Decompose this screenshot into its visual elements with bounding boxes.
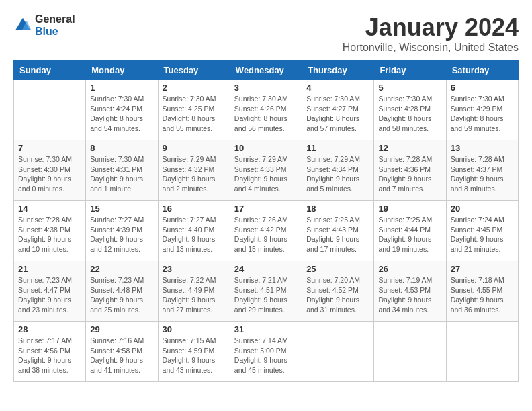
calendar-body: 1Sunrise: 7:30 AM Sunset: 4:24 PM Daylig… (14, 80, 519, 382)
day-info: Sunrise: 7:27 AM Sunset: 4:40 PM Dayligh… (163, 215, 226, 255)
day-number: 23 (163, 264, 226, 274)
day-header: Sunday (14, 61, 86, 80)
day-number: 3 (234, 83, 298, 93)
calendar-cell: 14Sunrise: 7:28 AM Sunset: 4:38 PM Dayli… (14, 201, 86, 261)
calendar-cell: 20Sunrise: 7:24 AM Sunset: 4:45 PM Dayli… (446, 201, 518, 261)
calendar-cell: 4Sunrise: 7:30 AM Sunset: 4:27 PM Daylig… (302, 80, 374, 140)
calendar-cell: 31Sunrise: 7:14 AM Sunset: 5:00 PM Dayli… (230, 322, 302, 382)
day-info: Sunrise: 7:23 AM Sunset: 4:47 PM Dayligh… (18, 275, 81, 315)
day-number: 18 (306, 203, 369, 214)
day-info: Sunrise: 7:25 AM Sunset: 4:44 PM Dayligh… (378, 215, 441, 255)
calendar-cell: 30Sunrise: 7:15 AM Sunset: 4:59 PM Dayli… (158, 322, 230, 382)
day-number: 8 (90, 143, 153, 153)
calendar-cell: 9Sunrise: 7:29 AM Sunset: 4:32 PM Daylig… (158, 140, 230, 201)
day-info: Sunrise: 7:20 AM Sunset: 4:52 PM Dayligh… (306, 275, 369, 315)
day-info: Sunrise: 7:23 AM Sunset: 4:48 PM Dayligh… (90, 275, 153, 315)
day-number: 13 (451, 143, 514, 153)
calendar-cell: 27Sunrise: 7:18 AM Sunset: 4:55 PM Dayli… (446, 261, 518, 322)
day-header: Friday (374, 61, 446, 80)
day-info: Sunrise: 7:22 AM Sunset: 4:49 PM Dayligh… (163, 275, 226, 315)
day-info: Sunrise: 7:28 AM Sunset: 4:36 PM Dayligh… (378, 154, 441, 194)
calendar-week-row: 21Sunrise: 7:23 AM Sunset: 4:47 PM Dayli… (14, 261, 519, 322)
day-number: 4 (306, 83, 369, 93)
day-number: 6 (451, 83, 514, 93)
calendar-cell: 29Sunrise: 7:16 AM Sunset: 4:58 PM Dayli… (86, 322, 158, 382)
day-number: 15 (90, 203, 153, 214)
day-info: Sunrise: 7:30 AM Sunset: 4:27 PM Dayligh… (306, 94, 369, 134)
calendar-cell: 11Sunrise: 7:29 AM Sunset: 4:34 PM Dayli… (302, 140, 374, 201)
day-number: 27 (451, 264, 514, 274)
day-info: Sunrise: 7:28 AM Sunset: 4:38 PM Dayligh… (18, 215, 81, 255)
day-info: Sunrise: 7:30 AM Sunset: 4:24 PM Dayligh… (90, 94, 153, 134)
day-info: Sunrise: 7:30 AM Sunset: 4:26 PM Dayligh… (234, 94, 298, 134)
day-info: Sunrise: 7:21 AM Sunset: 4:51 PM Dayligh… (234, 275, 298, 315)
day-info: Sunrise: 7:30 AM Sunset: 4:25 PM Dayligh… (163, 94, 226, 134)
day-info: Sunrise: 7:24 AM Sunset: 4:45 PM Dayligh… (451, 215, 514, 255)
day-number: 7 (18, 143, 81, 153)
day-info: Sunrise: 7:18 AM Sunset: 4:55 PM Dayligh… (451, 275, 514, 315)
calendar-cell: 13Sunrise: 7:28 AM Sunset: 4:37 PM Dayli… (446, 140, 518, 201)
day-info: Sunrise: 7:29 AM Sunset: 4:33 PM Dayligh… (234, 154, 298, 194)
calendar-cell: 26Sunrise: 7:19 AM Sunset: 4:53 PM Dayli… (374, 261, 446, 322)
header: General Blue January 2024 Hortonville, W… (13, 13, 519, 54)
day-info: Sunrise: 7:30 AM Sunset: 4:28 PM Dayligh… (378, 94, 441, 134)
day-header: Tuesday (158, 61, 230, 80)
day-info: Sunrise: 7:27 AM Sunset: 4:39 PM Dayligh… (90, 215, 153, 255)
day-number: 17 (234, 203, 298, 214)
calendar-cell (14, 80, 86, 140)
day-info: Sunrise: 7:28 AM Sunset: 4:37 PM Dayligh… (451, 154, 514, 194)
day-number: 30 (163, 324, 226, 334)
calendar-cell (302, 322, 374, 382)
logo-icon (13, 16, 32, 35)
calendar-cell: 3Sunrise: 7:30 AM Sunset: 4:26 PM Daylig… (230, 80, 302, 140)
logo: General Blue (13, 13, 75, 38)
day-header: Thursday (302, 61, 374, 80)
calendar-cell: 8Sunrise: 7:30 AM Sunset: 4:31 PM Daylig… (86, 140, 158, 201)
calendar-week-row: 1Sunrise: 7:30 AM Sunset: 4:24 PM Daylig… (14, 80, 519, 140)
day-info: Sunrise: 7:30 AM Sunset: 4:30 PM Dayligh… (18, 154, 81, 194)
calendar-cell: 22Sunrise: 7:23 AM Sunset: 4:48 PM Dayli… (86, 261, 158, 322)
day-info: Sunrise: 7:30 AM Sunset: 4:31 PM Dayligh… (90, 154, 153, 194)
day-info: Sunrise: 7:25 AM Sunset: 4:43 PM Dayligh… (306, 215, 369, 255)
day-number: 16 (163, 203, 226, 214)
calendar-cell: 17Sunrise: 7:26 AM Sunset: 4:42 PM Dayli… (230, 201, 302, 261)
calendar-cell: 21Sunrise: 7:23 AM Sunset: 4:47 PM Dayli… (14, 261, 86, 322)
day-number: 1 (90, 83, 153, 93)
logo-text: General Blue (35, 13, 75, 38)
day-info: Sunrise: 7:16 AM Sunset: 4:58 PM Dayligh… (90, 336, 153, 375)
calendar-cell: 24Sunrise: 7:21 AM Sunset: 4:51 PM Dayli… (230, 261, 302, 322)
calendar-week-row: 7Sunrise: 7:30 AM Sunset: 4:30 PM Daylig… (14, 140, 519, 201)
day-info: Sunrise: 7:29 AM Sunset: 4:32 PM Dayligh… (163, 154, 226, 194)
calendar-cell: 5Sunrise: 7:30 AM Sunset: 4:28 PM Daylig… (374, 80, 446, 140)
title-area: January 2024 Hortonville, Wisconsin, Uni… (343, 13, 519, 54)
day-number: 2 (163, 83, 226, 93)
day-number: 20 (451, 203, 514, 214)
day-number: 31 (234, 324, 298, 334)
calendar-cell (446, 322, 518, 382)
day-number: 11 (306, 143, 369, 153)
day-info: Sunrise: 7:17 AM Sunset: 4:56 PM Dayligh… (18, 336, 81, 375)
calendar-cell: 19Sunrise: 7:25 AM Sunset: 4:44 PM Dayli… (374, 201, 446, 261)
day-number: 26 (378, 264, 441, 274)
day-number: 29 (90, 324, 153, 334)
month-title: January 2024 (343, 13, 519, 42)
day-number: 14 (18, 203, 81, 214)
day-info: Sunrise: 7:14 AM Sunset: 5:00 PM Dayligh… (234, 336, 298, 375)
day-number: 22 (90, 264, 153, 274)
calendar-cell: 16Sunrise: 7:27 AM Sunset: 4:40 PM Dayli… (158, 201, 230, 261)
day-header: Monday (86, 61, 158, 80)
calendar-cell: 28Sunrise: 7:17 AM Sunset: 4:56 PM Dayli… (14, 322, 86, 382)
day-info: Sunrise: 7:29 AM Sunset: 4:34 PM Dayligh… (306, 154, 369, 194)
calendar-cell: 7Sunrise: 7:30 AM Sunset: 4:30 PM Daylig… (14, 140, 86, 201)
calendar-cell: 25Sunrise: 7:20 AM Sunset: 4:52 PM Dayli… (302, 261, 374, 322)
calendar-cell: 15Sunrise: 7:27 AM Sunset: 4:39 PM Dayli… (86, 201, 158, 261)
calendar-cell: 18Sunrise: 7:25 AM Sunset: 4:43 PM Dayli… (302, 201, 374, 261)
day-header: Wednesday (230, 61, 302, 80)
location-title: Hortonville, Wisconsin, United States (343, 42, 519, 54)
calendar-cell: 2Sunrise: 7:30 AM Sunset: 4:25 PM Daylig… (158, 80, 230, 140)
calendar-cell: 23Sunrise: 7:22 AM Sunset: 4:49 PM Dayli… (158, 261, 230, 322)
calendar-header: SundayMondayTuesdayWednesdayThursdayFrid… (14, 61, 519, 80)
day-info: Sunrise: 7:30 AM Sunset: 4:29 PM Dayligh… (451, 94, 514, 134)
day-info: Sunrise: 7:19 AM Sunset: 4:53 PM Dayligh… (378, 275, 441, 315)
day-number: 9 (163, 143, 226, 153)
